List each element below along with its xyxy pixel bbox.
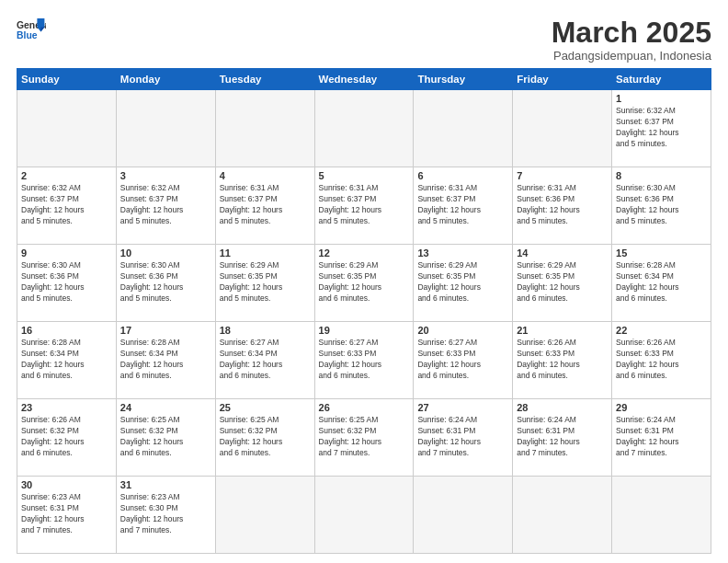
- day-info: Sunrise: 6:24 AM Sunset: 6:31 PM Dayligh…: [517, 415, 608, 459]
- day-cell-15: 15Sunrise: 6:28 AM Sunset: 6:34 PM Dayli…: [612, 245, 711, 322]
- day-cell-21: 21Sunrise: 6:26 AM Sunset: 6:33 PM Dayli…: [513, 322, 612, 399]
- week-row-1: 1Sunrise: 6:32 AM Sunset: 6:37 PM Daylig…: [17, 90, 711, 167]
- empty-cell: [414, 477, 513, 554]
- day-number: 14: [517, 247, 608, 259]
- day-cell-24: 24Sunrise: 6:25 AM Sunset: 6:32 PM Dayli…: [116, 399, 215, 477]
- day-number: 1: [616, 93, 707, 104]
- day-number: 12: [319, 247, 410, 259]
- day-info: Sunrise: 6:28 AM Sunset: 6:34 PM Dayligh…: [21, 338, 112, 382]
- day-info: Sunrise: 6:31 AM Sunset: 6:36 PM Dayligh…: [517, 183, 608, 227]
- title-block: March 2025 Padangsidempuan, Indonesia: [552, 17, 711, 63]
- week-row-3: 9Sunrise: 6:30 AM Sunset: 6:36 PM Daylig…: [17, 245, 711, 322]
- day-number: 17: [120, 325, 211, 336]
- day-cell-7: 7Sunrise: 6:31 AM Sunset: 6:36 PM Daylig…: [513, 167, 612, 245]
- day-number: 27: [417, 402, 508, 413]
- day-number: 2: [21, 170, 112, 181]
- day-info: Sunrise: 6:23 AM Sunset: 6:31 PM Dayligh…: [21, 492, 112, 536]
- empty-cell: [612, 477, 711, 554]
- day-info: Sunrise: 6:25 AM Sunset: 6:32 PM Dayligh…: [220, 415, 311, 459]
- day-cell-5: 5Sunrise: 6:31 AM Sunset: 6:37 PM Daylig…: [314, 167, 414, 245]
- svg-text:Blue: Blue: [17, 30, 38, 40]
- day-number: 24: [120, 402, 211, 413]
- day-number: 5: [319, 170, 410, 181]
- logo-icon: General Blue: [17, 17, 46, 42]
- day-info: Sunrise: 6:29 AM Sunset: 6:35 PM Dayligh…: [417, 260, 508, 304]
- day-number: 10: [120, 247, 211, 259]
- day-info: Sunrise: 6:29 AM Sunset: 6:35 PM Dayligh…: [220, 260, 311, 304]
- week-row-4: 16Sunrise: 6:28 AM Sunset: 6:34 PM Dayli…: [17, 322, 711, 399]
- day-info: Sunrise: 6:26 AM Sunset: 6:33 PM Dayligh…: [616, 338, 707, 382]
- empty-cell: [314, 477, 414, 554]
- empty-cell: [17, 90, 117, 167]
- day-number: 6: [417, 170, 508, 181]
- day-cell-22: 22Sunrise: 6:26 AM Sunset: 6:33 PM Dayli…: [612, 322, 711, 399]
- day-info: Sunrise: 6:24 AM Sunset: 6:31 PM Dayligh…: [616, 415, 707, 459]
- day-cell-18: 18Sunrise: 6:27 AM Sunset: 6:34 PM Dayli…: [215, 322, 314, 399]
- logo: General Blue: [17, 17, 46, 42]
- day-cell-29: 29Sunrise: 6:24 AM Sunset: 6:31 PM Dayli…: [612, 399, 711, 477]
- day-number: 18: [220, 325, 311, 336]
- calendar-table: SundayMondayTuesdayWednesdayThursdayFrid…: [17, 68, 711, 554]
- day-cell-8: 8Sunrise: 6:30 AM Sunset: 6:36 PM Daylig…: [612, 167, 711, 245]
- weekday-header-thursday: Thursday: [414, 69, 513, 90]
- day-number: 31: [120, 479, 211, 490]
- day-info: Sunrise: 6:32 AM Sunset: 6:37 PM Dayligh…: [616, 106, 707, 150]
- week-row-6: 30Sunrise: 6:23 AM Sunset: 6:31 PM Dayli…: [17, 477, 711, 554]
- day-number: 7: [517, 170, 608, 181]
- page: General Blue March 2025 Padangsidempuan,…: [0, 0, 728, 563]
- day-cell-23: 23Sunrise: 6:26 AM Sunset: 6:32 PM Dayli…: [17, 399, 117, 477]
- day-info: Sunrise: 6:23 AM Sunset: 6:30 PM Dayligh…: [120, 492, 211, 536]
- day-number: 29: [616, 402, 707, 413]
- day-info: Sunrise: 6:32 AM Sunset: 6:37 PM Dayligh…: [21, 183, 112, 227]
- day-number: 11: [220, 247, 311, 259]
- empty-cell: [513, 90, 612, 167]
- day-cell-6: 6Sunrise: 6:31 AM Sunset: 6:37 PM Daylig…: [414, 167, 513, 245]
- weekday-header-tuesday: Tuesday: [215, 69, 314, 90]
- day-number: 25: [220, 402, 311, 413]
- day-cell-13: 13Sunrise: 6:29 AM Sunset: 6:35 PM Dayli…: [414, 245, 513, 322]
- day-cell-3: 3Sunrise: 6:32 AM Sunset: 6:37 PM Daylig…: [116, 167, 215, 245]
- header: General Blue March 2025 Padangsidempuan,…: [17, 17, 711, 63]
- day-info: Sunrise: 6:31 AM Sunset: 6:37 PM Dayligh…: [417, 183, 508, 227]
- weekday-header-wednesday: Wednesday: [314, 69, 414, 90]
- day-number: 22: [616, 325, 707, 336]
- empty-cell: [414, 90, 513, 167]
- day-info: Sunrise: 6:30 AM Sunset: 6:36 PM Dayligh…: [21, 260, 112, 304]
- day-cell-16: 16Sunrise: 6:28 AM Sunset: 6:34 PM Dayli…: [17, 322, 117, 399]
- day-info: Sunrise: 6:29 AM Sunset: 6:35 PM Dayligh…: [517, 260, 608, 304]
- day-info: Sunrise: 6:27 AM Sunset: 6:33 PM Dayligh…: [417, 338, 508, 382]
- location-subtitle: Padangsidempuan, Indonesia: [552, 49, 711, 63]
- day-cell-28: 28Sunrise: 6:24 AM Sunset: 6:31 PM Dayli…: [513, 399, 612, 477]
- week-row-2: 2Sunrise: 6:32 AM Sunset: 6:37 PM Daylig…: [17, 167, 711, 245]
- day-cell-19: 19Sunrise: 6:27 AM Sunset: 6:33 PM Dayli…: [314, 322, 414, 399]
- day-info: Sunrise: 6:29 AM Sunset: 6:35 PM Dayligh…: [319, 260, 410, 304]
- day-cell-10: 10Sunrise: 6:30 AM Sunset: 6:36 PM Dayli…: [116, 245, 215, 322]
- day-info: Sunrise: 6:32 AM Sunset: 6:37 PM Dayligh…: [120, 183, 211, 227]
- day-info: Sunrise: 6:28 AM Sunset: 6:34 PM Dayligh…: [120, 338, 211, 382]
- day-number: 30: [21, 479, 112, 490]
- day-number: 26: [319, 402, 410, 413]
- day-cell-2: 2Sunrise: 6:32 AM Sunset: 6:37 PM Daylig…: [17, 167, 117, 245]
- day-number: 13: [417, 247, 508, 259]
- day-cell-1: 1Sunrise: 6:32 AM Sunset: 6:37 PM Daylig…: [612, 90, 711, 167]
- day-number: 21: [517, 325, 608, 336]
- day-info: Sunrise: 6:30 AM Sunset: 6:36 PM Dayligh…: [120, 260, 211, 304]
- day-info: Sunrise: 6:26 AM Sunset: 6:32 PM Dayligh…: [21, 415, 112, 459]
- day-info: Sunrise: 6:31 AM Sunset: 6:37 PM Dayligh…: [319, 183, 410, 227]
- day-info: Sunrise: 6:25 AM Sunset: 6:32 PM Dayligh…: [319, 415, 410, 459]
- day-cell-26: 26Sunrise: 6:25 AM Sunset: 6:32 PM Dayli…: [314, 399, 414, 477]
- day-number: 3: [120, 170, 211, 181]
- weekday-header-saturday: Saturday: [612, 69, 711, 90]
- empty-cell: [215, 477, 314, 554]
- day-number: 4: [220, 170, 311, 181]
- day-cell-4: 4Sunrise: 6:31 AM Sunset: 6:37 PM Daylig…: [215, 167, 314, 245]
- day-number: 20: [417, 325, 508, 336]
- day-info: Sunrise: 6:30 AM Sunset: 6:36 PM Dayligh…: [616, 183, 707, 227]
- day-cell-17: 17Sunrise: 6:28 AM Sunset: 6:34 PM Dayli…: [116, 322, 215, 399]
- day-info: Sunrise: 6:25 AM Sunset: 6:32 PM Dayligh…: [120, 415, 211, 459]
- weekday-header-row: SundayMondayTuesdayWednesdayThursdayFrid…: [17, 69, 711, 90]
- empty-cell: [314, 90, 414, 167]
- day-info: Sunrise: 6:28 AM Sunset: 6:34 PM Dayligh…: [616, 260, 707, 304]
- day-cell-31: 31Sunrise: 6:23 AM Sunset: 6:30 PM Dayli…: [116, 477, 215, 554]
- day-number: 16: [21, 325, 112, 336]
